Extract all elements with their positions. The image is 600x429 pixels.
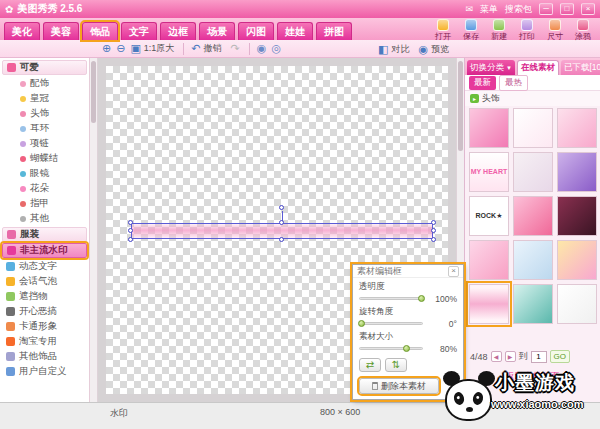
sidebar-item-taobao[interactable]: 淘宝专用 [2,334,87,349]
print-button[interactable]: 打印 [515,19,539,42]
sidebar-item-necklace[interactable]: 项链 [2,136,87,151]
undo-button[interactable]: ↶ 撤销 [191,42,221,55]
sort-tab-newest[interactable]: 最新 [469,76,496,90]
minimize-button[interactable]: ─ [539,3,553,15]
material-thumb-warm-mix[interactable] [557,240,597,280]
rotate-right-icon[interactable]: ◎ [271,43,281,54]
menu-button[interactable]: 菜单 [480,3,498,16]
size-button[interactable]: 尺寸 [543,19,567,42]
flip-horizontal-button[interactable]: ⇄ [359,358,381,372]
tab-beautify[interactable]: 美化 [4,22,40,40]
open-button[interactable]: 打开 [431,19,455,42]
sidebar-item-cute[interactable]: 可爱 [2,60,87,75]
tab-beauty[interactable]: 美容 [43,22,79,40]
resize-handle[interactable] [431,220,436,225]
preview-button[interactable]: ◉ 预览 [418,43,449,56]
resize-handle[interactable] [279,237,284,242]
material-thumb-pink-hearts[interactable] [513,196,553,236]
doodle-button[interactable]: 涂鸦 [571,19,595,42]
sidebar-item-nonmainstream-watermark[interactable]: 非主流水印 [2,243,87,258]
sidebar-item-speech-bubble[interactable]: 会话气泡 [2,274,87,289]
slider-handle[interactable] [358,320,365,327]
sidebar-item-other[interactable]: 其他 [2,211,87,226]
sidebar-scrollbar[interactable] [90,58,98,402]
sidebar-item-flower[interactable]: 花朵 [2,181,87,196]
flip-vertical-button[interactable]: ⇅ [385,358,407,372]
resize-handle[interactable] [431,228,436,233]
tab-flash[interactable]: 闪图 [238,22,274,40]
close-button[interactable]: × [581,3,595,15]
sidebar-item-clothes[interactable]: 服装 [2,227,87,242]
sidebar-item-headwear[interactable]: 头饰 [2,106,87,121]
zoom-out-icon[interactable]: ⊖ [116,43,125,54]
material-thumb-pink-blur[interactable] [469,240,509,280]
opacity-slider[interactable] [359,297,423,300]
tab-collage[interactable]: 拼图 [316,22,352,40]
sidebar-item-nail[interactable]: 指甲 [2,196,87,211]
sidebar-item-earring[interactable]: 耳环 [2,121,87,136]
materials-tab-downloaded[interactable]: 已下载[105] [561,60,600,75]
tab-frame[interactable]: 边框 [160,22,196,40]
close-icon[interactable]: × [448,266,459,277]
zoom-in-icon[interactable]: ⊕ [102,43,111,54]
materials-home-link[interactable]: 返回素材首页 [465,370,600,383]
material-thumb-dark-red[interactable] [557,196,597,236]
size-slider[interactable] [359,347,423,350]
tab-decorate[interactable]: 饰品 [82,22,118,40]
material-thumb-purple[interactable] [557,152,597,192]
resize-handle[interactable] [128,237,133,242]
sidebar-item-animated-text[interactable]: 动态文字 [2,259,87,274]
zoom-reset-button[interactable]: ▣ 1:1原大 [130,42,174,55]
compare-button[interactable]: ◧ 对比 [378,43,409,56]
maximize-button[interactable]: □ [560,3,574,15]
slider-handle[interactable] [418,295,425,302]
resize-handle[interactable] [431,237,436,242]
material-thumb-light-pink[interactable] [513,108,553,148]
skin-button[interactable]: 搜索包 [505,3,532,16]
material-thumb-rock[interactable]: ROCK★ [469,196,509,236]
material-thumb-pink-flower[interactable] [469,108,509,148]
scrollbar-thumb[interactable] [458,61,463,151]
goto-page-input[interactable] [531,351,547,363]
sort-tab-hottest[interactable]: 最热 [499,75,528,91]
next-page-button[interactable]: ▶ [505,351,516,362]
rotate-left-icon[interactable]: ◉ [257,43,267,54]
sidebar-item-accessories[interactable]: 配饰 [2,76,87,91]
rotation-slider[interactable] [359,322,423,325]
material-thumb-soft-heart[interactable] [557,108,597,148]
delete-material-button[interactable]: 删除本素材 [359,378,439,394]
new-button[interactable]: 新建 [487,19,511,42]
save-button[interactable]: 保存 [459,19,483,42]
scrollbar-thumb[interactable] [91,61,96,123]
resize-handle[interactable] [128,220,133,225]
tab-scene[interactable]: 场景 [199,22,235,40]
material-thumb-my-heart[interactable]: MY HEART [469,152,509,192]
prev-page-button[interactable]: ◀ [491,351,502,362]
sidebar-item-bow[interactable]: 蝴蝶结 [2,151,87,166]
material-thumb-teal-flower[interactable] [513,284,553,324]
tab-doll[interactable]: 娃娃 [277,22,313,40]
material-thumb-white[interactable] [557,284,597,324]
go-button[interactable]: GO [550,350,570,363]
selected-watermark-layer[interactable] [131,223,433,239]
switch-category-button[interactable]: 切换分类 ▼ [467,60,515,75]
sidebar-item-glasses[interactable]: 眼镜 [2,166,87,181]
tab-text[interactable]: 文字 [121,22,157,40]
sidebar-item-misc-deco[interactable]: 其他饰品 [2,349,87,364]
redo-icon[interactable]: ↷ [231,43,240,54]
materials-tab-online[interactable]: 在线素材 [517,60,559,75]
resize-handle[interactable] [128,228,133,233]
sidebar-item-crown[interactable]: 皇冠 [2,91,87,106]
sidebar-item-user-custom[interactable]: 用户自定义 [2,364,87,379]
mail-icon[interactable]: ✉ [465,4,473,14]
material-thumb-pink-gradient-watermark[interactable] [469,284,509,324]
sidebar-item-cartoon[interactable]: 卡通形象 [2,319,87,334]
slider-handle[interactable] [403,345,410,352]
breadcrumb: ▸ 头饰 [465,91,600,106]
material-thumb-soft-grey[interactable] [513,152,553,192]
material-thumb-blue-soft[interactable] [513,240,553,280]
sidebar-item-blocker[interactable]: 遮挡物 [2,289,87,304]
rotation-handle[interactable] [279,205,284,210]
resize-handle[interactable] [279,220,284,225]
sidebar-item-funny[interactable]: 开心恶搞 [2,304,87,319]
